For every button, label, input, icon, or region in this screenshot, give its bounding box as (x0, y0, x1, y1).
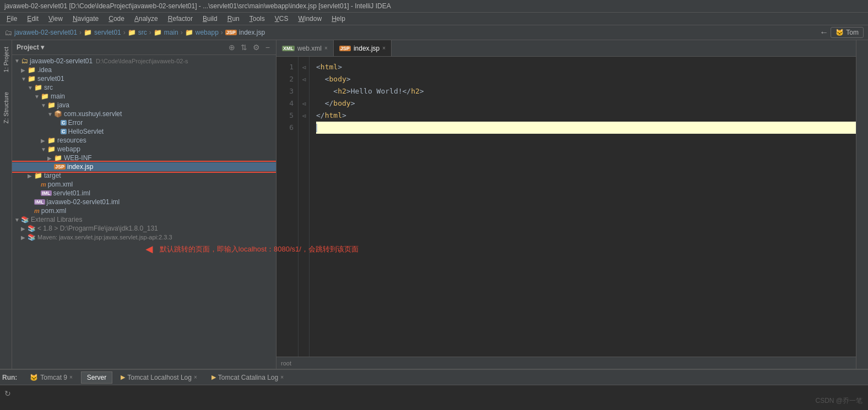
tree-webapp[interactable]: ▼ 📁 webapp (12, 145, 276, 154)
tree-target[interactable]: ▶ 📁 target (12, 171, 276, 180)
tree-jdk[interactable]: ▶ 📚 < 1.8 > D:\ProgarmFile\java\jdk1.8.0… (12, 224, 276, 233)
webapp-folder-icon: 📁 (47, 145, 56, 153)
breadcrumb-src-icon: 📁 (128, 29, 136, 36)
server-tab[interactable]: Server (81, 371, 112, 384)
panel-settings-icon[interactable]: ⚙ (251, 42, 262, 52)
tree-servlet01[interactable]: ▼ 📁 servlet01 (12, 74, 276, 83)
menu-window[interactable]: Window (294, 14, 326, 24)
tree-root-iml[interactable]: IML javaweb-02-servlet01.iml (12, 198, 276, 206)
file-tree: ▼ 🗂 javaweb-02-servlet01 D:\Code\IdeaPro… (12, 55, 276, 369)
tree-indexjsp[interactable]: JSP index.jsp (12, 162, 276, 171)
tree-error-class[interactable]: C Error (12, 118, 276, 127)
tree-root[interactable]: ▼ 🗂 javaweb-02-servlet01 D:\Code\IdeaPro… (12, 56, 276, 65)
menu-bar: File Edit View Navigate Code Analyze Ref… (0, 13, 868, 25)
tomcat-catalina-tab[interactable]: ▶ Tomcat Catalina Log × (205, 371, 290, 384)
pom-maven-icon: m (41, 181, 46, 188)
line-num-6: 6 (283, 122, 294, 134)
panel-sort-icon[interactable]: ⇅ (239, 42, 249, 52)
menu-code[interactable]: Code (104, 14, 129, 24)
tree-root-pom-label: pom.xml (41, 207, 66, 215)
breadcrumb-servlet01[interactable]: servlet01 (94, 29, 121, 36)
tomcat-localhost-tab[interactable]: ▶ Tomcat Localhost Log × (115, 371, 203, 384)
tree-pom-servlet01[interactable]: m pom.xml (12, 180, 276, 189)
maven-lib-icon: 📚 (28, 233, 36, 241)
main-layout: 1: Project Z: Structure Project ▾ ⊕ ⇅ ⚙ … (0, 40, 868, 369)
menu-help[interactable]: Help (327, 14, 350, 24)
menu-file[interactable]: File (2, 14, 21, 24)
breadcrumb-main[interactable]: main (164, 29, 178, 36)
package-icon: 📦 (54, 110, 62, 118)
breadcrumb-src[interactable]: src (138, 29, 147, 36)
menu-run[interactable]: Run (223, 14, 244, 24)
editor-area: XML web.xml × JSP index.jsp × 1 2 3 4 5 … (276, 40, 856, 369)
tree-arrow-maven: ▶ (21, 234, 28, 240)
menu-vcs[interactable]: VCS (270, 14, 293, 24)
run-label: Run: (2, 374, 17, 381)
tree-arrow-webapp: ▼ (41, 146, 47, 152)
tree-arrow-main: ▼ (34, 94, 41, 100)
webxml-tab-close[interactable]: × (324, 45, 328, 51)
panel-locate-icon[interactable]: ⊕ (227, 42, 237, 52)
tree-arrow-servlet01: ▼ (21, 76, 28, 82)
right-panel (856, 40, 868, 369)
tree-root-label: javaweb-02-servlet01 (30, 57, 93, 65)
resources-folder-icon: 📁 (47, 136, 56, 144)
localhost-log-icon: ▶ (121, 374, 125, 381)
line-num-3: 3 (283, 85, 294, 97)
indexjsp-tab-close[interactable]: × (382, 45, 386, 51)
sidebar-tab-structure[interactable]: Z: Structure (1, 88, 11, 128)
tree-target-label: target (44, 172, 61, 179)
tree-src[interactable]: ▼ 📁 src (12, 83, 276, 92)
root-pom-icon: m (34, 207, 40, 214)
menu-view[interactable]: View (44, 14, 67, 24)
menu-navigate[interactable]: Navigate (68, 14, 103, 24)
code-gutter: ⊲ ⊲ ⊲ ⊲ (299, 57, 310, 357)
localhost-log-label: Tomcat Localhost Log (127, 374, 192, 381)
back-icon[interactable]: ← (820, 28, 828, 37)
breadcrumb-indexjsp[interactable]: index.jsp (239, 29, 265, 36)
tree-idea[interactable]: ▶ 📁 .idea (12, 65, 276, 74)
menu-edit[interactable]: Edit (23, 14, 43, 24)
breadcrumb-webapp-icon: 📁 (185, 29, 193, 36)
tree-extlibs[interactable]: ▼ 📚 External Libraries (12, 215, 276, 224)
tab-indexjsp[interactable]: JSP index.jsp × (334, 40, 392, 56)
tab-bar: XML web.xml × JSP index.jsp × (276, 40, 856, 57)
sidebar-tab-project[interactable]: 1: Project (1, 42, 11, 76)
server-tab-label: Server (87, 374, 106, 381)
panel-close-icon[interactable]: − (264, 42, 272, 52)
breadcrumb: 🗂 javaweb-02-servlet01 › 📁 servlet01 › 📁… (0, 25, 868, 40)
tree-iml1-label: servlet01.iml (53, 189, 90, 197)
tree-servlet01-iml[interactable]: IML servlet01.iml (12, 189, 276, 198)
tree-error-label: Error (68, 119, 83, 127)
tab-webxml[interactable]: XML web.xml × (276, 40, 334, 56)
tree-helloservlet-class[interactable]: C HelloServlet (12, 127, 276, 136)
refresh-button[interactable]: ↻ (4, 389, 11, 398)
status-bar: root (276, 357, 856, 369)
tomcat-button[interactable]: 🐱 Tom (831, 27, 864, 38)
tree-webinf[interactable]: ▶ 📁 WEB-INF (12, 154, 276, 162)
tree-root-pom[interactable]: m pom.xml (12, 206, 276, 215)
menu-analyze[interactable]: Analyze (130, 14, 162, 24)
extlibs-icon: 📚 (21, 216, 29, 223)
tree-root-iml-label: javaweb-02-servlet01.iml (47, 198, 120, 206)
localhost-log-close[interactable]: × (194, 374, 197, 380)
tree-main[interactable]: ▼ 📁 main (12, 92, 276, 101)
tomcat-label: Tom (846, 29, 859, 36)
gutter-5: ⊲ (299, 110, 309, 122)
menu-tools[interactable]: Tools (245, 14, 269, 24)
tree-package[interactable]: ▼ 📦 com.xushuyi.servlet (12, 110, 276, 118)
breadcrumb-webapp[interactable]: webapp (196, 29, 219, 36)
tomcat-run-tab[interactable]: 🐱 Tomcat 9 × (24, 371, 79, 384)
tree-maven-servlet[interactable]: ▶ 📚 Maven: javax.servlet.jsp:javax.servl… (12, 233, 276, 242)
menu-refactor[interactable]: Refactor (164, 14, 197, 24)
breadcrumb-project[interactable]: javaweb-02-servlet01 (14, 29, 77, 36)
bottom-panel: Run: 🐱 Tomcat 9 × Server ▶ Tomcat Localh… (0, 369, 868, 402)
tomcat-run-close[interactable]: × (69, 374, 73, 380)
tree-arrow-target: ▶ (28, 173, 34, 179)
breadcrumb-sep-2: › (123, 29, 126, 36)
tree-resources[interactable]: ▶ 📁 resources (12, 136, 276, 145)
code-content[interactable]: <html> <body> <h2>Hello World!</h2> </bo… (310, 57, 856, 357)
catalina-log-close[interactable]: × (280, 374, 284, 380)
tree-java[interactable]: ▼ 📁 java (12, 101, 276, 110)
menu-build[interactable]: Build (198, 14, 222, 24)
